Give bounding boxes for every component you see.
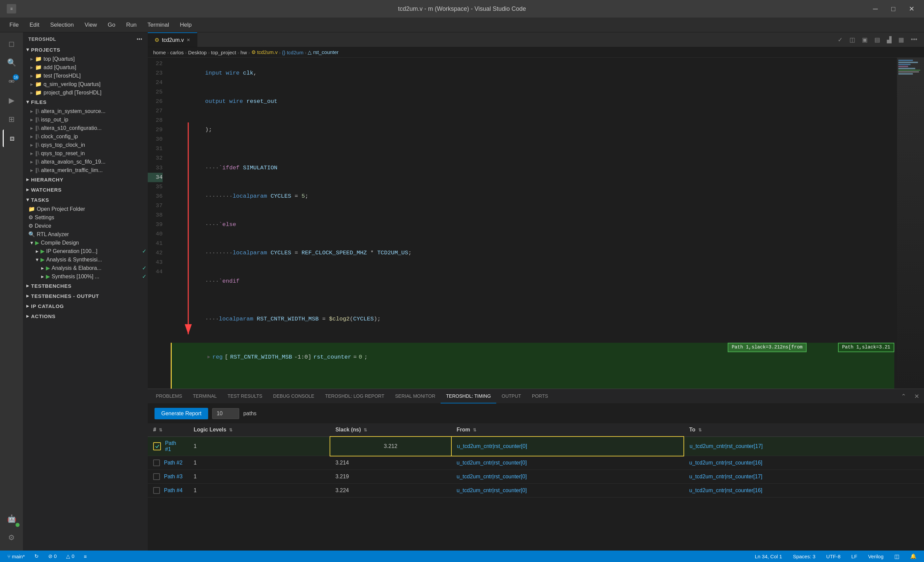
notification-icon[interactable]: 🔔 — [908, 553, 919, 560]
panel-tab-timing[interactable]: TEROSHDL: TIMING — [441, 389, 496, 403]
row3-from-cell[interactable]: u_tcd2um_cntr|rst_counter[0] — [452, 470, 684, 484]
activity-search[interactable]: 🔍 — [3, 54, 20, 72]
row1-path-link[interactable]: Path #1 — [165, 440, 183, 453]
sidebar-projects-header[interactable]: ▾ PROJECTS — [23, 45, 148, 55]
panel-tab-test-results[interactable]: TEST RESULTS — [222, 389, 268, 403]
git-branch-item[interactable]: ⑂ main* — [5, 553, 27, 560]
editor-tab-tcd2um[interactable]: ⚙ tcd2um.v ✕ — [148, 32, 197, 47]
task-device[interactable]: ⚙ Device — [23, 222, 148, 230]
sync-item[interactable]: ↻ — [32, 553, 41, 560]
breadcrumb-desktop[interactable]: Desktop — [188, 49, 207, 55]
eol-item[interactable]: LF — [849, 553, 860, 560]
window-controls-right[interactable]: ─ □ ✕ — [870, 3, 917, 14]
preview-icon[interactable]: ▟ — [885, 35, 893, 44]
col-header-num[interactable]: # ⇅ — [148, 423, 188, 436]
task-settings[interactable]: ⚙ Settings — [23, 213, 148, 222]
sidebar-testbenches-header[interactable]: ▸ TESTBENCHES — [23, 281, 148, 291]
menu-file[interactable]: File — [5, 20, 22, 30]
sidebar-hierarchy-header[interactable]: ▸ HIERARCHY — [23, 174, 148, 184]
panel-expand-icon[interactable]: ⌃ — [899, 392, 908, 401]
sidebar-files-header[interactable]: ▾ FILES — [23, 97, 148, 107]
panel-close-icon[interactable]: ✕ — [912, 392, 921, 401]
sidebar-file-qsys-reset[interactable]: ▸ ∥\ qsys_top_reset_in — [23, 149, 148, 157]
row2-checkbox[interactable] — [153, 459, 160, 466]
sidebar-file-clock-config[interactable]: ▸ ∥\ clock_config_ip — [23, 132, 148, 141]
warnings-item[interactable]: △ 0 — [64, 553, 76, 560]
sidebar-item-add-quartus[interactable]: ▸ 📁 add [Quartus] — [23, 63, 148, 72]
split-editor-icon[interactable]: ◫ — [848, 35, 856, 44]
breadcrumb-top-project[interactable]: top_project — [211, 49, 236, 55]
row4-checkbox[interactable] — [153, 487, 160, 494]
task-analysis-elabora[interactable]: ▸ ▶ Analysis & Elabora... ✓ — [23, 264, 148, 272]
layout-icon[interactable]: ◫ — [892, 553, 902, 561]
panel-tab-problems[interactable]: PROBLEMS — [150, 389, 188, 403]
sidebar-item-project-ghdl[interactable]: ▸ 📁 project_ghdl [TerosHDL] — [23, 88, 148, 97]
activity-teroshdl[interactable]: ⧈ — [3, 130, 20, 147]
generate-report-button[interactable]: Generate Report — [154, 408, 208, 419]
menu-help[interactable]: Help — [176, 20, 196, 30]
sidebar-item-top-quartus[interactable]: ▸ 📁 top [Quartus] — [23, 55, 148, 63]
sidebar-item-q-sim-verilog[interactable]: ▸ 📁 q_sim_verilog [Quartus] — [23, 80, 148, 88]
check-icon[interactable]: ✓ — [836, 35, 844, 44]
activity-explorer[interactable]: ◻ — [3, 35, 20, 52]
layout-icon[interactable]: ▣ — [861, 35, 869, 44]
menu-edit[interactable]: Edit — [25, 20, 43, 30]
sidebar-item-test-teroshdl[interactable]: ▸ 📁 test [TerosHDL] — [23, 72, 148, 80]
col-header-slack[interactable]: Slack (ns) ⇅ — [330, 423, 451, 436]
language-item[interactable]: Verilog — [866, 553, 885, 560]
row2-path-link[interactable]: Path #2 — [164, 460, 183, 466]
errors-item[interactable]: ⊘ 0 — [46, 553, 59, 560]
sidebar-ip-catalog-header[interactable]: ▸ IP CATALOG — [23, 301, 148, 311]
panel-tab-debug-console[interactable]: DEBUG CONSOLE — [268, 389, 320, 403]
breadcrumb-home[interactable]: home — [153, 49, 166, 55]
panel-tab-output[interactable]: OUTPUT — [496, 389, 526, 403]
row3-path-link[interactable]: Path #3 — [164, 474, 183, 480]
row1-from-cell[interactable]: u_tcd2um_cntr|rst_counter[0] — [452, 436, 684, 456]
minimize-button[interactable]: ─ — [870, 4, 880, 14]
task-compile-design[interactable]: ▾ ▶ Compile Design — [23, 238, 148, 247]
ln-col-item[interactable]: Ln 34, Col 1 — [753, 553, 784, 560]
window-controls-left[interactable]: ≡ — [7, 4, 16, 13]
menu-terminal[interactable]: Terminal — [143, 20, 173, 30]
sidebar-tasks-header[interactable]: ▾ TASKS — [23, 195, 148, 205]
activity-extensions[interactable]: ⊞ — [3, 111, 20, 128]
sidebar-file-altera-avalon[interactable]: ▸ ∥\ altera_avalon_sc_fifo_19... — [23, 157, 148, 166]
row2-from-cell[interactable]: u_tcd2um_cntr|rst_counter[0] — [452, 456, 684, 470]
info-item[interactable]: ≡ — [82, 553, 89, 560]
sidebar-file-altera-merlin[interactable]: ▸ ∥\ altera_merlin_traffic_lim... — [23, 166, 148, 174]
breadcrumb-carlos[interactable]: carlos — [170, 49, 184, 55]
grid-icon[interactable]: ▤ — [873, 35, 882, 44]
breadcrumb-file[interactable]: ⚙ tcd2um.v — [251, 49, 278, 55]
task-open-project[interactable]: 📁 Open Project Folder — [23, 205, 148, 213]
col-header-logic[interactable]: Logic Levels ⇅ — [188, 423, 330, 436]
code-editor[interactable]: 22 23 24 25 26 27 28 29 30 31 32 33 34 3… — [148, 58, 924, 389]
sidebar-watchers-header[interactable]: ▸ WATCHERS — [23, 184, 148, 195]
task-analysis-synthesis[interactable]: ▾ ▶ Analysis & Synthesisi... — [23, 255, 148, 264]
breadcrumb-symbol[interactable]: △ rst_counter — [308, 49, 338, 55]
tab-close-icon[interactable]: ✕ — [186, 37, 190, 42]
sidebar-file-issp-out[interactable]: ▸ ∥\ issp_out_ip — [23, 115, 148, 124]
sidebar-file-qsys-clock[interactable]: ▸ ∥\ qsys_top_clock_in — [23, 141, 148, 149]
menu-view[interactable]: View — [81, 20, 101, 30]
activity-run[interactable]: ▶ — [3, 92, 20, 109]
panel-tab-serial-monitor[interactable]: SERIAL MONITOR — [390, 389, 441, 403]
row4-from-cell[interactable]: u_tcd2um_cntr|rst_counter[0] — [452, 484, 684, 498]
menu-run[interactable]: Run — [122, 20, 141, 30]
split-h-icon[interactable]: ▦ — [897, 35, 906, 44]
col-header-from[interactable]: From ⇅ — [452, 423, 684, 436]
menu-selection[interactable]: Selection — [46, 20, 78, 30]
spaces-item[interactable]: Spaces: 3 — [791, 553, 818, 560]
activity-robot[interactable]: 🤖 — [3, 510, 20, 528]
panel-tab-ports[interactable]: PORTS — [526, 389, 554, 403]
task-rtl-analyzer[interactable]: 🔍 RTL Analyzer — [23, 230, 148, 238]
more-icon[interactable]: ••• — [909, 35, 919, 44]
col-header-to[interactable]: To ⇅ — [684, 423, 924, 436]
row3-checkbox[interactable] — [153, 473, 160, 480]
encoding-item[interactable]: UTF-8 — [824, 553, 843, 560]
row1-checkbox[interactable] — [153, 442, 161, 450]
sidebar-file-altera-in-system[interactable]: ▸ ∥\ altera_in_system_source... — [23, 107, 148, 115]
window-menu-button[interactable]: ≡ — [7, 4, 16, 13]
activity-source-control[interactable]: ⚮ 16 — [3, 73, 20, 90]
panel-tab-terminal[interactable]: TERMINAL — [188, 389, 222, 403]
breadcrumb-hw[interactable]: hw — [240, 49, 247, 55]
